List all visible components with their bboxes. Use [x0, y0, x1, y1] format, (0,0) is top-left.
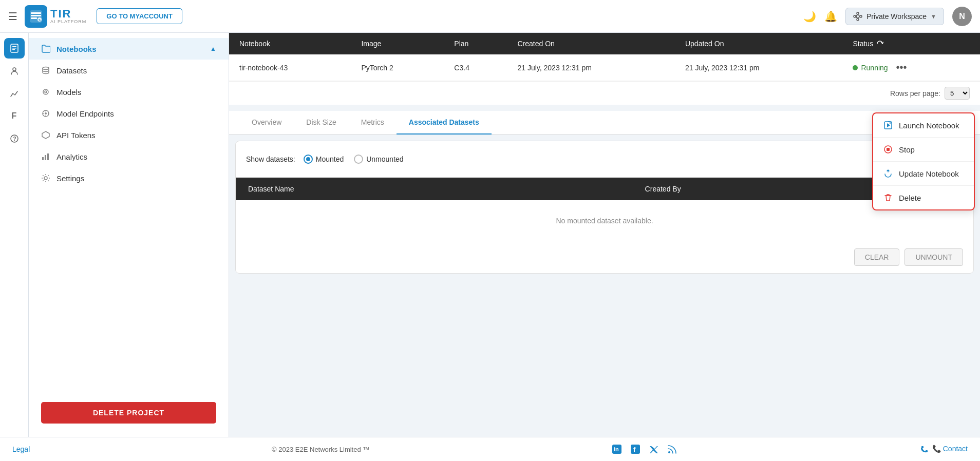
svg-point-35 — [668, 451, 670, 453]
sidebar-item-datasets[interactable]: Datasets — [29, 60, 229, 81]
sidebar-item-models[interactable]: Models — [29, 81, 229, 103]
sidebar-item-notebooks[interactable]: Notebooks ▲ — [29, 38, 229, 60]
svg-text:in: in — [614, 446, 619, 452]
logo-tir-text: TIR — [50, 8, 86, 20]
svg-rect-30 — [887, 148, 890, 151]
dataset-actions: CLEAR UNMOUNT — [236, 241, 973, 273]
radio-unmounted[interactable]: Unmounted — [354, 155, 403, 164]
logo-icon: S — [25, 5, 47, 28]
workspace-button[interactable]: Private Workspace ▼ — [845, 8, 944, 25]
status-label: Running — [861, 64, 888, 72]
datasets-icon — [41, 66, 50, 75]
status-refresh-icon[interactable] — [876, 40, 883, 47]
twitter-icon[interactable] — [648, 444, 659, 455]
sidebar-icon-analytics[interactable] — [4, 83, 25, 104]
api-tokens-icon — [41, 130, 50, 140]
unmount-button[interactable]: UNMOUNT — [904, 248, 963, 266]
ctx-stop-label: Stop — [899, 145, 915, 154]
bell-icon[interactable]: 🔔 — [824, 10, 837, 23]
dataset-section: Show datasets: Mounted Unmounted — [235, 141, 974, 274]
unmounted-label: Unmounted — [366, 155, 403, 163]
rows-per-page-label: Rows per page: — [890, 89, 940, 98]
update-icon — [883, 169, 893, 178]
pagination-row: Rows per page: 5 10 25 — [229, 81, 980, 105]
hamburger-menu[interactable]: ☰ — [8, 10, 17, 23]
ctx-launch-label: Launch Notebook — [899, 121, 959, 130]
svg-rect-26 — [47, 153, 49, 160]
ctx-launch-notebook[interactable]: Launch Notebook — [873, 113, 974, 138]
notebooks-table: Notebook Image Plan Created On Updated O… — [229, 33, 980, 81]
svg-point-20 — [45, 91, 47, 93]
sidebar-icon-notebooks[interactable] — [4, 38, 25, 59]
tab-associated-datasets[interactable]: Associated Datasets — [397, 111, 492, 135]
contact-link[interactable]: 📞 Contact — [920, 445, 968, 453]
sidebar-datasets-label: Datasets — [56, 66, 87, 75]
nav-right: 🌙 🔔 Private Workspace ▼ N — [803, 7, 972, 26]
context-menu: Launch Notebook Stop Update Notebook Del… — [872, 112, 975, 210]
svg-point-19 — [43, 89, 48, 94]
tab-disk-size[interactable]: Disk Size — [294, 111, 348, 135]
sidebar-analytics-label: Analytics — [56, 152, 87, 161]
col-notebook: Notebook — [229, 33, 351, 54]
rows-per-page-select[interactable]: 5 10 25 — [945, 87, 970, 100]
col-plan: Plan — [444, 33, 507, 54]
clear-button[interactable]: CLEAR — [854, 248, 900, 266]
svg-point-27 — [44, 177, 47, 180]
svg-rect-3 — [31, 17, 37, 19]
status-running: Running — [853, 64, 888, 72]
user-avatar[interactable]: N — [952, 7, 972, 26]
sidebar-icon-help[interactable]: ? — [4, 128, 25, 149]
radio-unmounted-circle — [354, 155, 363, 164]
mounted-label: Mounted — [316, 155, 344, 163]
radio-group: Mounted Unmounted — [304, 155, 404, 164]
logo-text: TIR AI PLATFORM — [50, 8, 86, 24]
top-nav: ☰ S TIR AI PLATFORM GO TO MYACCOUNT 🌙 🔔 — [0, 0, 980, 33]
footer: Legal © 2023 E2E Networks Limited ™ in f… — [0, 437, 980, 461]
cell-image: PyTorch 2 — [351, 54, 444, 81]
cell-notebook-name: tir-notebook-43 — [229, 54, 351, 81]
sidebar-notebooks-label: Notebooks — [56, 45, 97, 53]
radio-mounted-circle — [304, 155, 313, 164]
stop-icon — [883, 145, 893, 154]
svg-point-15 — [13, 68, 16, 71]
sidebar-item-api-tokens[interactable]: API Tokens — [29, 124, 229, 146]
ctx-update-label: Update Notebook — [899, 169, 959, 178]
empty-message: No mounted dataset available. — [236, 200, 973, 241]
go-myaccount-button[interactable]: GO TO MYACCOUNT — [97, 8, 182, 24]
delete-project-button[interactable]: DELETE PROJECT — [41, 402, 216, 424]
moon-icon[interactable]: 🌙 — [803, 10, 816, 23]
tab-overview[interactable]: Overview — [239, 111, 294, 135]
main-layout: F ? Notebooks ▲ Datasets Models Model En… — [0, 33, 980, 437]
col-created-on: Created On — [507, 33, 675, 54]
svg-point-6 — [856, 15, 859, 18]
settings-gear-icon — [41, 174, 50, 183]
ctx-delete[interactable]: Delete — [873, 186, 974, 209]
legal-link[interactable]: Legal — [12, 445, 30, 453]
ctx-stop[interactable]: Stop — [873, 138, 974, 162]
tab-metrics[interactable]: Metrics — [349, 111, 397, 135]
sidebar-item-settings[interactable]: Settings — [29, 167, 229, 189]
ctx-update-notebook[interactable]: Update Notebook — [873, 162, 974, 186]
workspace-label: Private Workspace — [866, 12, 927, 21]
sidebar-item-model-endpoints[interactable]: Model Endpoints — [29, 103, 229, 124]
notebooks-chevron-icon: ▲ — [210, 45, 216, 52]
models-icon — [41, 87, 50, 97]
radio-mounted[interactable]: Mounted — [304, 155, 344, 164]
facebook-icon[interactable]: f — [630, 444, 641, 455]
icon-sidebar: F ? — [0, 33, 29, 437]
cell-updated-on: 21 July, 2023 12:31 pm — [675, 54, 843, 81]
ctx-delete-label: Delete — [899, 194, 921, 202]
table-row: tir-notebook-43 PyTorch 2 C3.4 21 July, … — [229, 54, 980, 81]
sidebar-icon-users[interactable] — [4, 61, 25, 81]
linkedin-icon[interactable]: in — [611, 444, 623, 455]
sidebar-icon-f[interactable]: F — [4, 106, 25, 126]
sidebar-item-analytics[interactable]: Analytics — [29, 146, 229, 167]
more-options-button[interactable]: ••• — [893, 62, 910, 73]
tabs-row: Overview Disk Size Metrics Associated Da… — [229, 111, 980, 135]
col-image: Image — [351, 33, 444, 54]
svg-text:S: S — [39, 18, 41, 22]
rss-icon[interactable] — [667, 444, 678, 455]
svg-rect-14 — [12, 49, 15, 50]
workspace-arrow-icon: ▼ — [931, 13, 936, 20]
svg-rect-24 — [42, 157, 44, 160]
